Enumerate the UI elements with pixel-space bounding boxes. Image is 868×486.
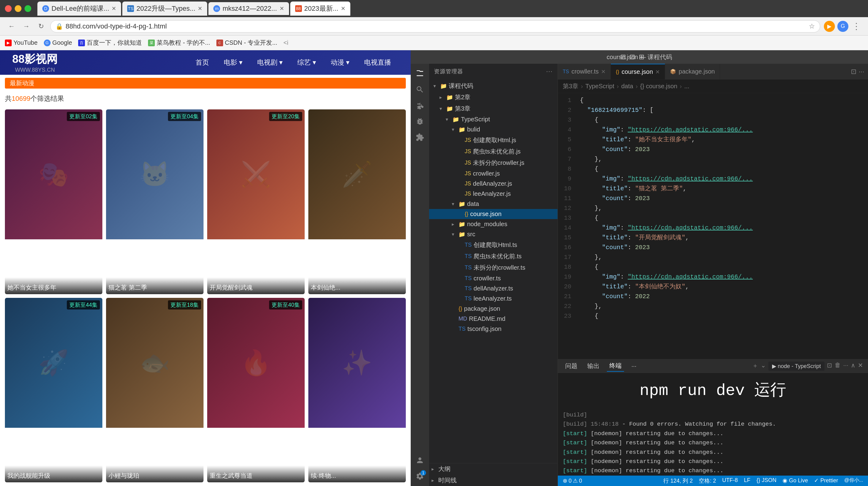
tab-more[interactable]: ··· — [629, 361, 639, 371]
tree-file-dellanalyzer-ts[interactable]: TS dellAnalyzer.ts — [429, 284, 558, 294]
tab-package-json[interactable]: 📦 package.json — [665, 64, 720, 79]
close-button[interactable] — [5, 5, 12, 12]
tree-src[interactable]: ▾ 📁 src — [429, 229, 558, 239]
source-control-icon[interactable] — [412, 98, 427, 113]
split-editor-icon[interactable]: ⊡ — [851, 68, 856, 76]
profile-icon[interactable]: G — [837, 21, 848, 32]
tree-root[interactable]: ▾ 📁 课程代码 — [429, 80, 558, 92]
anime-card-1[interactable]: 🎭 更新至02集 她不当女主很多年 — [5, 109, 102, 294]
nav-live[interactable]: 电视直播 — [357, 55, 398, 70]
browser-tab-2[interactable]: TS 2022升级—Types... ✕ — [122, 2, 207, 15]
tree-file-leeanalyzer-ts[interactable]: TS leeAnalyzer.ts — [429, 294, 558, 304]
vscode-expand-icon[interactable]: ⊞ — [639, 53, 644, 61]
tab-close-1[interactable]: ✕ — [112, 5, 116, 12]
extensions-icon[interactable]: ▶ — [824, 21, 835, 32]
nav-anime[interactable]: 动漫 ▾ — [323, 55, 357, 70]
terminal-selector[interactable]: ▶ node - TypeScript — [768, 362, 825, 371]
browser-tab-3[interactable]: m mksz412—2022... ✕ — [209, 2, 289, 15]
debug-icon[interactable] — [412, 114, 427, 129]
tree-file-dellanalyzer-js[interactable]: JS dellAnalyzer.js — [429, 179, 558, 189]
terminal-split-icon[interactable]: ⊡ — [827, 362, 832, 371]
anime-card-5[interactable]: 🚀 更新至44集 我的战舰能升级 — [5, 298, 102, 483]
anime-card-6[interactable]: 🐟 更新至18集 小鲤与珑珀 — [106, 298, 204, 483]
tab-close-4[interactable]: ✕ — [341, 5, 345, 12]
extensions-icon[interactable] — [412, 130, 427, 144]
tree-file-crowller-js[interactable]: JS crowller.js — [429, 168, 558, 179]
status-line-col[interactable]: 行 124, 列 2 — [663, 477, 693, 484]
nav-tv[interactable]: 电视剧 ▾ — [250, 55, 290, 70]
tab-problems[interactable]: 问题 — [563, 361, 580, 371]
tab-close-course[interactable]: ✕ — [655, 69, 660, 75]
tree-file-crawlhtml-ts[interactable]: TS 创建爬取Html.ts — [429, 239, 558, 251]
tree-file-readme[interactable]: MD README.md — [429, 314, 558, 324]
timeline-toggle[interactable]: ▸ 时间线 — [429, 475, 558, 486]
tab-terminal[interactable]: 终端 — [607, 360, 624, 372]
tree-chapter2[interactable]: ▸ 📁 第2章 — [429, 92, 558, 103]
code-text[interactable]: { "1682149699715": [ { "img": "https://c… — [575, 93, 868, 359]
settings-icon[interactable]: 1 — [412, 469, 427, 484]
more-tools-icon[interactable]: ⋮ — [851, 21, 862, 32]
tree-file-package-json[interactable]: {} package.json — [429, 304, 558, 314]
status-errors[interactable]: ⊗ 0 ⚠ 0 — [563, 478, 582, 484]
anime-card-8[interactable]: ✨ 续·终物... — [308, 298, 406, 483]
terminal-close-icon[interactable]: ✕ — [858, 362, 863, 371]
tree-data-folder[interactable]: ▾ 📁 data — [429, 199, 558, 209]
sidebar-more-icon[interactable]: ··· — [546, 67, 553, 75]
explorer-icon[interactable] — [412, 66, 427, 81]
tree-file-tsconfig[interactable]: TS tsconfig.json — [429, 324, 558, 334]
terminal-trash-icon[interactable]: 🗑 — [835, 362, 841, 371]
tree-file-crowller-unsplit-ts[interactable]: TS 未拆分的crowller.ts — [429, 262, 558, 273]
tab-crowller-ts[interactable]: TS crowller.ts ✕ — [558, 64, 611, 79]
anime-card-7[interactable]: 🔥 更新至40集 重生之武尊当道 — [207, 298, 305, 483]
bookmark-baidu[interactable]: 百 百度一下，你就知道 — [78, 39, 142, 47]
anime-card-3[interactable]: ⚔️ 更新至20集 开局觉醒剑武魂 — [207, 109, 305, 294]
tree-bulid[interactable]: ▾ 📁 bulid — [429, 124, 558, 134]
vscode-layout-icon[interactable]: ⊟ — [620, 53, 626, 61]
reload-button[interactable]: ↻ — [36, 21, 46, 32]
status-spaces[interactable]: 空格: 2 — [699, 477, 716, 484]
tab-close-crowller[interactable]: ✕ — [601, 68, 606, 75]
account-icon[interactable] — [412, 453, 427, 467]
tab-close-2[interactable]: ✕ — [198, 5, 202, 12]
status-go-live[interactable]: ◉ Go Live — [782, 477, 808, 484]
terminal-more-icon[interactable]: ··· — [843, 362, 848, 371]
more-actions-icon[interactable]: ··· — [859, 68, 864, 76]
tree-file-crawler-unopt[interactable]: JS 爬虫ts未优化前.js — [429, 146, 558, 157]
status-line-ending[interactable]: LF — [744, 477, 750, 484]
bookmark-google[interactable]: G Google — [44, 39, 72, 46]
tab-close-3[interactable]: ✕ — [280, 5, 284, 12]
bookmark-csdn[interactable]: C CSDN - 专业开发... — [216, 39, 277, 47]
tree-file-crowller-unsplit[interactable]: JS 未拆分的crowller.js — [429, 157, 558, 168]
browser-tab-1[interactable]: D Dell-Lee的前端课... ✕ — [37, 2, 121, 15]
bookmark-youtube[interactable]: ▶ YouTube — [5, 39, 38, 46]
outline-toggle[interactable]: ▸ 大纲 — [429, 463, 558, 475]
terminal-down-icon[interactable]: ⌄ — [761, 362, 766, 371]
tree-file-crawler-unopt-ts[interactable]: TS 爬虫ts未优化前.ts — [429, 251, 558, 262]
forward-button[interactable]: → — [21, 21, 32, 32]
tree-typescript[interactable]: ▾ 📁 TypeScript — [429, 114, 558, 124]
back-button[interactable]: ← — [6, 21, 17, 32]
address-bar[interactable]: 🔒 88hd.com/vod-type-id-4-pg-1.html ☆ — [50, 20, 820, 32]
nav-movies[interactable]: 电影 ▾ — [216, 55, 250, 70]
status-encoding[interactable]: UTF-8 — [722, 477, 738, 484]
status-language[interactable]: {} JSON — [756, 477, 776, 484]
vscode-split-icon[interactable]: ⊡ — [629, 53, 635, 61]
tree-file-leeanalyzer-js[interactable]: JS leeAnalyzer.js — [429, 189, 558, 199]
tab-course-json[interactable]: {} course.json ✕ — [611, 64, 665, 79]
search-icon[interactable] — [412, 82, 427, 97]
tree-chapter3[interactable]: ▾ 📁 第3章 — [429, 103, 558, 114]
bookmark-more[interactable]: <i — [283, 39, 288, 46]
terminal-add-icon[interactable]: ＋ — [752, 362, 758, 371]
minimize-button[interactable] — [15, 5, 22, 12]
status-prettier[interactable]: ✓ Prettier — [814, 477, 838, 484]
anime-card-4[interactable]: 🗡️ 本剑仙绝... — [308, 109, 406, 294]
maximize-button[interactable] — [25, 5, 31, 12]
browser-tab-4[interactable]: 88 2023最新... ✕ — [290, 2, 350, 15]
star-icon[interactable]: ☆ — [809, 22, 815, 30]
nav-variety[interactable]: 综艺 ▾ — [290, 55, 323, 70]
nav-home[interactable]: 首页 — [188, 55, 216, 70]
tab-output[interactable]: 输出 — [585, 361, 602, 371]
terminal-chevron-up-icon[interactable]: ∧ — [851, 362, 856, 371]
bookmark-runoob[interactable]: 菜 菜鸟教程 - 学的不... — [148, 39, 210, 47]
tree-file-course-json[interactable]: {} course.json — [429, 209, 558, 219]
